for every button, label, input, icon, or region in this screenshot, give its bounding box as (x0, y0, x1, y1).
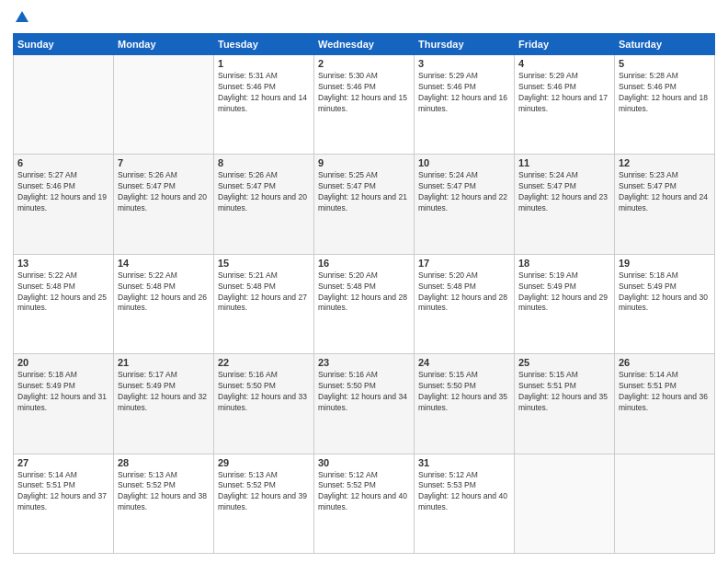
day-number: 14 (118, 258, 210, 269)
week-row-1: 1Sunrise: 5:31 AMSunset: 5:46 PMDaylight… (14, 55, 715, 155)
calendar-cell: 26Sunrise: 5:14 AMSunset: 5:51 PMDayligh… (615, 354, 715, 454)
header-day-thursday: Thursday (415, 34, 515, 55)
calendar-cell: 12Sunrise: 5:23 AMSunset: 5:47 PMDayligh… (615, 155, 715, 254)
header-day-saturday: Saturday (615, 34, 715, 55)
logo (13, 13, 30, 26)
calendar-cell (515, 454, 615, 553)
calendar-cell: 15Sunrise: 5:21 AMSunset: 5:48 PMDayligh… (214, 254, 314, 353)
day-info: Sunrise: 5:25 AMSunset: 5:47 PMDaylight:… (318, 170, 410, 214)
calendar-cell: 20Sunrise: 5:18 AMSunset: 5:49 PMDayligh… (14, 354, 114, 454)
calendar-cell: 7Sunrise: 5:26 AMSunset: 5:47 PMDaylight… (114, 155, 214, 254)
svg-marker-0 (16, 11, 28, 22)
calendar-cell: 22Sunrise: 5:16 AMSunset: 5:50 PMDayligh… (214, 354, 314, 454)
day-number: 17 (418, 258, 510, 269)
day-number: 4 (518, 58, 610, 69)
calendar-cell: 24Sunrise: 5:15 AMSunset: 5:50 PMDayligh… (415, 354, 515, 454)
calendar-cell: 29Sunrise: 5:13 AMSunset: 5:52 PMDayligh… (214, 454, 314, 553)
header-day-friday: Friday (515, 34, 615, 55)
day-info: Sunrise: 5:26 AMSunset: 5:47 PMDaylight:… (218, 170, 310, 214)
day-number: 8 (218, 157, 310, 168)
day-info: Sunrise: 5:16 AMSunset: 5:50 PMDaylight:… (318, 370, 410, 414)
week-row-4: 20Sunrise: 5:18 AMSunset: 5:49 PMDayligh… (14, 354, 715, 454)
day-number: 6 (17, 157, 109, 168)
day-number: 27 (17, 457, 109, 468)
calendar-cell: 21Sunrise: 5:17 AMSunset: 5:49 PMDayligh… (114, 354, 214, 454)
day-info: Sunrise: 5:31 AMSunset: 5:46 PMDaylight:… (218, 71, 310, 115)
calendar-page: SundayMondayTuesdayWednesdayThursdayFrid… (0, 0, 728, 563)
calendar-cell: 13Sunrise: 5:22 AMSunset: 5:48 PMDayligh… (14, 254, 114, 353)
day-number: 3 (418, 58, 510, 69)
day-info: Sunrise: 5:30 AMSunset: 5:46 PMDaylight:… (318, 71, 410, 115)
calendar-cell: 17Sunrise: 5:20 AMSunset: 5:48 PMDayligh… (415, 254, 515, 353)
day-number: 29 (218, 457, 310, 468)
day-info: Sunrise: 5:28 AMSunset: 5:46 PMDaylight:… (619, 71, 711, 115)
calendar-body: 1Sunrise: 5:31 AMSunset: 5:46 PMDaylight… (14, 55, 715, 554)
day-number: 15 (218, 258, 310, 269)
calendar-cell: 11Sunrise: 5:24 AMSunset: 5:47 PMDayligh… (515, 155, 615, 254)
day-number: 1 (218, 58, 310, 69)
day-info: Sunrise: 5:13 AMSunset: 5:52 PMDaylight:… (218, 470, 310, 514)
calendar-cell: 3Sunrise: 5:29 AMSunset: 5:46 PMDaylight… (415, 55, 515, 155)
day-number: 13 (17, 258, 109, 269)
day-info: Sunrise: 5:12 AMSunset: 5:52 PMDaylight:… (318, 470, 410, 514)
day-number: 16 (318, 258, 410, 269)
day-info: Sunrise: 5:26 AMSunset: 5:47 PMDaylight:… (118, 170, 210, 214)
day-info: Sunrise: 5:15 AMSunset: 5:51 PMDaylight:… (518, 370, 610, 414)
day-number: 2 (318, 58, 410, 69)
day-info: Sunrise: 5:23 AMSunset: 5:47 PMDaylight:… (619, 170, 711, 214)
day-info: Sunrise: 5:29 AMSunset: 5:46 PMDaylight:… (418, 71, 510, 115)
day-info: Sunrise: 5:14 AMSunset: 5:51 PMDaylight:… (619, 370, 711, 414)
day-number: 11 (518, 157, 610, 168)
day-number: 23 (318, 357, 410, 368)
day-info: Sunrise: 5:20 AMSunset: 5:48 PMDaylight:… (418, 270, 510, 315)
day-info: Sunrise: 5:15 AMSunset: 5:50 PMDaylight:… (418, 370, 510, 414)
calendar-cell: 23Sunrise: 5:16 AMSunset: 5:50 PMDayligh… (314, 354, 415, 454)
day-info: Sunrise: 5:19 AMSunset: 5:49 PMDaylight:… (518, 270, 610, 315)
day-info: Sunrise: 5:22 AMSunset: 5:48 PMDaylight:… (118, 270, 210, 315)
day-number: 30 (318, 457, 410, 468)
calendar-cell (14, 55, 114, 155)
calendar-cell (615, 454, 715, 553)
day-number: 18 (518, 258, 610, 269)
calendar-cell: 5Sunrise: 5:28 AMSunset: 5:46 PMDaylight… (615, 55, 715, 155)
calendar-cell: 10Sunrise: 5:24 AMSunset: 5:47 PMDayligh… (415, 155, 515, 254)
week-row-2: 6Sunrise: 5:27 AMSunset: 5:46 PMDaylight… (14, 155, 715, 254)
calendar-table: SundayMondayTuesdayWednesdayThursdayFrid… (13, 33, 715, 554)
day-info: Sunrise: 5:21 AMSunset: 5:48 PMDaylight:… (218, 270, 310, 315)
day-number: 21 (118, 357, 210, 368)
week-row-3: 13Sunrise: 5:22 AMSunset: 5:48 PMDayligh… (14, 254, 715, 353)
calendar-cell: 6Sunrise: 5:27 AMSunset: 5:46 PMDaylight… (14, 155, 114, 254)
day-number: 28 (118, 457, 210, 468)
header-day-sunday: Sunday (14, 34, 114, 55)
calendar-cell: 25Sunrise: 5:15 AMSunset: 5:51 PMDayligh… (515, 354, 615, 454)
day-info: Sunrise: 5:27 AMSunset: 5:46 PMDaylight:… (17, 170, 109, 214)
day-info: Sunrise: 5:16 AMSunset: 5:50 PMDaylight:… (218, 370, 310, 414)
day-number: 12 (619, 157, 711, 168)
calendar-cell: 31Sunrise: 5:12 AMSunset: 5:53 PMDayligh… (415, 454, 515, 553)
calendar-cell: 2Sunrise: 5:30 AMSunset: 5:46 PMDaylight… (314, 55, 415, 155)
day-number: 9 (318, 157, 410, 168)
calendar-cell: 28Sunrise: 5:13 AMSunset: 5:52 PMDayligh… (114, 454, 214, 553)
day-info: Sunrise: 5:18 AMSunset: 5:49 PMDaylight:… (619, 270, 711, 315)
calendar-cell (114, 55, 214, 155)
day-number: 22 (218, 357, 310, 368)
calendar-cell: 9Sunrise: 5:25 AMSunset: 5:47 PMDaylight… (314, 155, 415, 254)
day-info: Sunrise: 5:22 AMSunset: 5:48 PMDaylight:… (17, 270, 109, 315)
day-number: 5 (619, 58, 711, 69)
day-number: 10 (418, 157, 510, 168)
calendar-cell: 18Sunrise: 5:19 AMSunset: 5:49 PMDayligh… (515, 254, 615, 353)
calendar-cell: 19Sunrise: 5:18 AMSunset: 5:49 PMDayligh… (615, 254, 715, 353)
header-day-wednesday: Wednesday (314, 34, 415, 55)
day-info: Sunrise: 5:17 AMSunset: 5:49 PMDaylight:… (118, 370, 210, 414)
day-number: 25 (518, 357, 610, 368)
header (13, 9, 715, 26)
day-info: Sunrise: 5:24 AMSunset: 5:47 PMDaylight:… (518, 170, 610, 214)
calendar-cell: 1Sunrise: 5:31 AMSunset: 5:46 PMDaylight… (214, 55, 314, 155)
day-number: 7 (118, 157, 210, 168)
calendar-cell: 27Sunrise: 5:14 AMSunset: 5:51 PMDayligh… (14, 454, 114, 553)
calendar-cell: 30Sunrise: 5:12 AMSunset: 5:52 PMDayligh… (314, 454, 415, 553)
day-info: Sunrise: 5:13 AMSunset: 5:52 PMDaylight:… (118, 470, 210, 514)
calendar-cell: 16Sunrise: 5:20 AMSunset: 5:48 PMDayligh… (314, 254, 415, 353)
day-info: Sunrise: 5:12 AMSunset: 5:53 PMDaylight:… (418, 470, 510, 514)
header-day-monday: Monday (114, 34, 214, 55)
